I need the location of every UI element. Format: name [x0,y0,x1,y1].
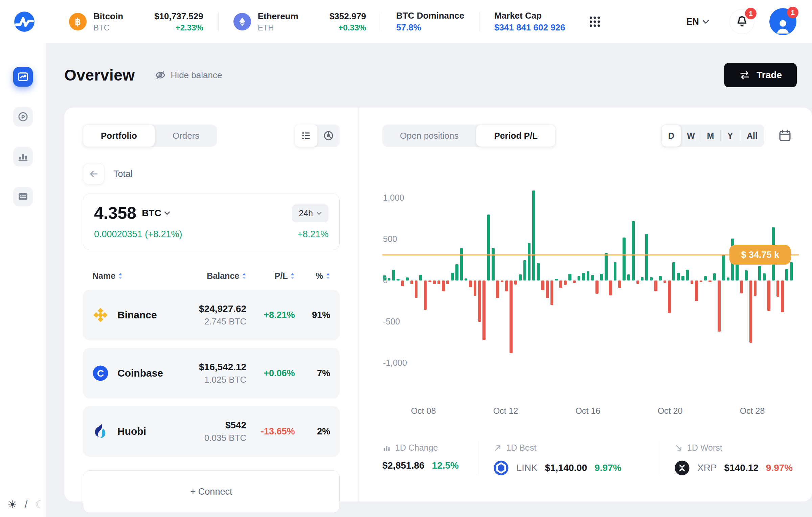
pl-bar [591,275,594,280]
stat-1d-change: 1D Change $2,851.86 12.5% [382,441,477,476]
table-row-binance[interactable]: Binance $24,927.62 2.745 BTC +8.21% 91% [83,290,340,340]
profile-button[interactable]: 1 [769,8,796,35]
reference-value-badge: $ 34.75 k [729,245,791,265]
connect-button[interactable]: + Connect [83,470,340,513]
divider [381,12,381,31]
arrow-left-icon [88,168,99,180]
exchange-list: Binance $24,927.62 2.745 BTC +8.21% 91% … [83,290,340,457]
pl-bar [546,280,549,298]
pl-bar [650,277,653,280]
ethereum-icon [233,13,251,30]
pl-bar [785,269,788,280]
pl-bar [609,280,612,295]
notification-badge: 1 [745,8,757,19]
pl-bar [465,278,468,280]
pl-value: +0.06% [264,368,295,379]
market-cap-value: $341 841 602 926 [494,22,565,33]
range-week[interactable]: W [681,125,701,147]
balance-btc: 0.035 BTC [204,433,246,443]
tab-open-positions[interactable]: Open positions [382,125,476,147]
sidebar-item-overview[interactable] [13,67,33,87]
light-theme-icon[interactable]: ☀ [7,498,17,511]
total-amount: 4.358 [94,203,136,223]
pl-bar [618,280,621,288]
table-header: Name Balance P/L % [83,271,340,281]
sort-by-name[interactable]: Name [92,271,181,281]
period-selector[interactable]: 24h [292,204,329,222]
pl-bar [424,280,427,310]
range-selector: D W M Y All [661,125,764,147]
currency-selector[interactable]: BTC [142,208,170,219]
currency-label: BTC [142,208,161,219]
pl-bar [573,280,576,283]
pl-bar [749,280,752,343]
balance-btc: 2.745 BTC [204,316,246,327]
pl-bar [401,280,404,286]
stat-pct: 12.5% [432,460,459,471]
range-year[interactable]: Y [720,125,740,147]
stat-label: 1D Worst [687,443,722,453]
ticker-price: $10,737.529 [154,11,203,22]
pl-bar [727,277,730,280]
pl-bar [668,280,671,313]
stat-value: $1,140.00 [545,463,587,473]
range-day[interactable]: D [661,125,681,147]
tab-portfolio[interactable]: Portfolio [83,125,155,147]
topbar: ฿ Bitcoin BTC $10,737.529 +2.33% Ethereu… [0,0,812,43]
language-selector[interactable]: EN [686,17,709,27]
calendar-button[interactable] [776,127,793,144]
trade-button[interactable]: Trade [724,63,797,87]
pl-bar [550,280,554,305]
period-label: 24h [299,208,313,218]
pl-bar [632,221,635,280]
stat-value: $140.12 [724,463,759,473]
pl-bar [532,190,535,280]
balance-usd: $542 [225,420,246,431]
share-value: 91% [312,310,330,320]
dark-theme-icon[interactable]: ☾ [35,498,45,511]
sidebar-item-stats[interactable] [13,147,33,166]
pl-bar [686,270,689,280]
apps-grid-icon[interactable] [587,14,603,29]
stat-label: 1D Change [395,443,438,453]
view-toggles [295,125,340,147]
trade-label: Trade [757,70,782,81]
tab-period-pl[interactable]: Period P/L [476,125,556,147]
range-month[interactable]: M [701,125,720,147]
hide-balance-toggle[interactable]: Hide balance [155,69,222,81]
market-cap-label: Market Cap [494,10,565,21]
tab-orders[interactable]: Orders [155,125,217,147]
sidebar: ☀ / ☾ [0,43,46,517]
pl-bar [437,280,441,284]
pl-bar [722,255,725,280]
pl-bar [537,263,540,280]
pl-bar [442,280,445,291]
back-button[interactable] [83,163,105,185]
sidebar-item-trades[interactable] [13,107,33,127]
table-row-huobi[interactable]: Huobi $542 0.035 BTC -13.65% 2% [83,406,340,457]
pl-bar [519,274,522,280]
divider [479,12,479,31]
xrp-logo [674,460,690,476]
exchange-name: Huobi [117,426,146,437]
huobi-logo [92,423,109,440]
sort-icon [290,273,295,279]
range-all[interactable]: All [740,125,764,147]
pl-bar [578,276,581,280]
donut-view-button[interactable] [317,125,340,147]
notifications-button[interactable]: 1 [729,9,754,34]
sort-by-pl[interactable]: P/L [246,271,295,281]
app-logo-icon[interactable] [10,7,39,36]
dashboard-card: Portfolio Orders Total [64,108,812,501]
pl-bar [392,270,395,280]
pl-bar [623,238,626,280]
pl-bar [740,280,743,293]
sort-by-share[interactable]: % [295,271,330,281]
total-change: 0.00020351 (+8.21%) [94,229,182,240]
x-axis-tick: Oct 12 [493,406,518,416]
sidebar-item-wallet[interactable] [13,187,33,206]
ticker-ethereum: Ethereum ETH $352.979 +0.33% [233,11,366,32]
sort-by-balance[interactable]: Balance [181,271,246,281]
table-row-coinbase[interactable]: C Coinbase $16,542.12 1.025 BTC +0.06% 7… [83,348,340,399]
list-view-button[interactable] [295,125,317,147]
